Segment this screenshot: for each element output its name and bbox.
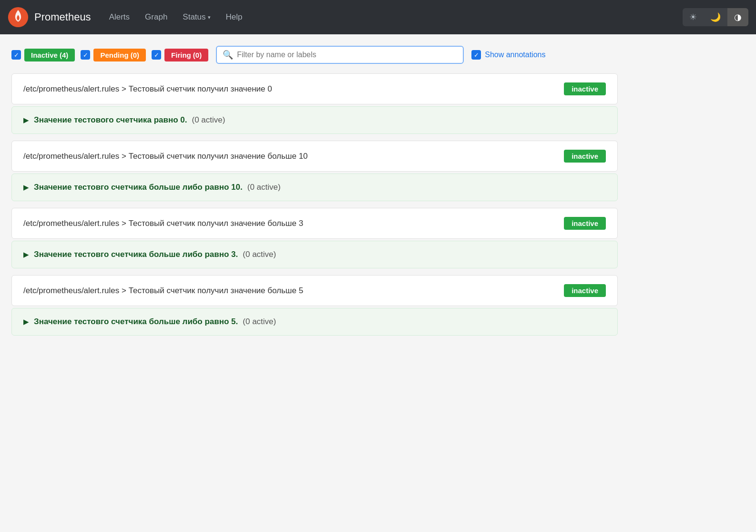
firing-badge-label: Firing (0) <box>164 49 208 61</box>
theme-light-button[interactable]: ☀ <box>683 8 704 26</box>
rule-header-3: /etc/prometheus/alert.rules > Тестовый с… <box>11 208 618 239</box>
rule-active-4: (0 active) <box>243 317 276 327</box>
rule-header-2: /etc/prometheus/alert.rules > Тестовый с… <box>11 141 618 172</box>
nav-help[interactable]: Help <box>219 9 249 26</box>
rule-active-3: (0 active) <box>243 250 276 259</box>
rule-detail-1[interactable]: ▶ Значение тестового счетчика равно 0. (… <box>11 106 618 134</box>
rule-path-3: /etc/prometheus/alert.rules > Тестовый с… <box>23 219 303 228</box>
nav-status-dropdown[interactable]: Status ▾ <box>176 9 217 26</box>
rule-group-1: /etc/prometheus/alert.rules > Тестовый с… <box>11 73 618 140</box>
search-icon: 🔍 <box>223 50 233 60</box>
rule-detail-3[interactable]: ▶ Значение тестовго счетчика больше либо… <box>11 241 618 268</box>
rule-header-4: /etc/prometheus/alert.rules > Тестовый с… <box>11 275 618 306</box>
chevron-down-icon: ▾ <box>208 14 211 20</box>
rule-header-1: /etc/prometheus/alert.rules > Тестовый с… <box>11 73 618 104</box>
search-container: 🔍 <box>216 46 464 64</box>
navbar: Prometheus Alerts Graph Status ▾ Help ☀ … <box>0 0 756 34</box>
rule-detail-2[interactable]: ▶ Значение тестовго счетчика больше либо… <box>11 174 618 201</box>
filter-badges: ✓ Inactive (4) ✓ Pending (0) ✓ Firing (0… <box>11 49 208 61</box>
filter-bar: ✓ Inactive (4) ✓ Pending (0) ✓ Firing (0… <box>11 46 618 64</box>
theme-dark-button[interactable]: 🌙 <box>704 8 727 26</box>
pending-checkbox[interactable]: ✓ <box>81 50 90 60</box>
filter-pending-badge[interactable]: ✓ Pending (0) <box>81 49 146 61</box>
rule-group-4: /etc/prometheus/alert.rules > Тестовый с… <box>11 275 618 341</box>
rule-name-2: Значение тестовго счетчика больше либо р… <box>34 183 243 192</box>
status-badge-1: inactive <box>564 82 606 95</box>
rule-group-3: /etc/prometheus/alert.rules > Тестовый с… <box>11 208 618 274</box>
nav-graph[interactable]: Graph <box>138 9 174 26</box>
rule-active-2: (0 active) <box>247 183 281 192</box>
alert-groups: /etc/prometheus/alert.rules > Тестовый с… <box>11 73 618 342</box>
show-annotations-toggle[interactable]: ✓ Show annotations <box>471 50 545 60</box>
rule-name-1: Значение тестового счетчика равно 0. <box>34 115 187 125</box>
main-content: ✓ Inactive (4) ✓ Pending (0) ✓ Firing (0… <box>0 34 629 354</box>
chevron-right-icon-4: ▶ <box>23 317 29 326</box>
chevron-right-icon-2: ▶ <box>23 183 29 192</box>
rule-name-4: Значение тестовго счетчика больше либо р… <box>34 317 238 327</box>
nav-alerts[interactable]: Alerts <box>102 9 136 26</box>
nav-links: Alerts Graph Status ▾ Help <box>102 9 671 26</box>
rule-path-4: /etc/prometheus/alert.rules > Тестовый с… <box>23 286 303 296</box>
inactive-checkbox[interactable]: ✓ <box>11 50 21 60</box>
rule-active-1: (0 active) <box>192 115 225 125</box>
theme-switcher: ☀ 🌙 ◑ <box>683 8 748 26</box>
rule-path-2: /etc/prometheus/alert.rules > Тестовый с… <box>23 152 308 161</box>
brand-logo-link[interactable]: Prometheus <box>8 7 91 28</box>
theme-contrast-button[interactable]: ◑ <box>727 8 748 26</box>
inactive-badge-label: Inactive (4) <box>24 49 75 61</box>
rule-name-3: Значение тестовго счетчика больше либо р… <box>34 250 238 259</box>
pending-badge-label: Pending (0) <box>93 49 146 61</box>
filter-inactive-badge[interactable]: ✓ Inactive (4) <box>11 49 75 61</box>
status-badge-2: inactive <box>564 150 606 163</box>
chevron-right-icon: ▶ <box>23 116 29 124</box>
search-input[interactable] <box>237 51 457 59</box>
show-annotations-label: Show annotations <box>485 51 545 59</box>
prometheus-logo-icon <box>8 7 29 28</box>
chevron-right-icon-3: ▶ <box>23 250 29 259</box>
filter-firing-badge[interactable]: ✓ Firing (0) <box>152 49 208 61</box>
status-badge-4: inactive <box>564 284 606 297</box>
rule-group-2: /etc/prometheus/alert.rules > Тестовый с… <box>11 141 618 207</box>
firing-checkbox[interactable]: ✓ <box>152 50 161 60</box>
rule-path-1: /etc/prometheus/alert.rules > Тестовый с… <box>23 84 272 94</box>
status-badge-3: inactive <box>564 217 606 230</box>
rule-detail-4[interactable]: ▶ Значение тестовго счетчика больше либо… <box>11 308 618 336</box>
app-title: Prometheus <box>34 11 91 23</box>
annotations-checkbox[interactable]: ✓ <box>471 50 481 60</box>
